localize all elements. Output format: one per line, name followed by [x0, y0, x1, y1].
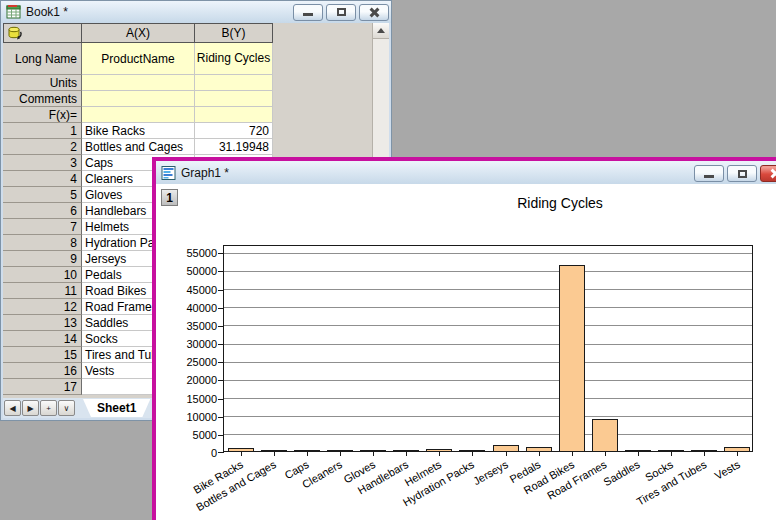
x-tick-mark	[406, 452, 407, 456]
y-tick-mark	[218, 253, 224, 254]
bar[interactable]	[426, 449, 452, 451]
x-tick-mark	[241, 452, 242, 456]
origin-cell[interactable]	[3, 23, 82, 43]
bar[interactable]	[294, 450, 320, 451]
graph-restore-button[interactable]	[727, 165, 757, 182]
gridline	[224, 325, 752, 326]
gridline	[224, 416, 752, 417]
bar[interactable]	[228, 448, 254, 451]
value-cell[interactable]: 31.19948	[195, 139, 273, 155]
scroll-sheets-right-button[interactable]: ▶	[22, 400, 39, 416]
minimize-button[interactable]	[293, 4, 323, 21]
row-number-cell[interactable]: 17	[3, 379, 82, 395]
row-number-cell[interactable]: 14	[3, 331, 82, 347]
bar[interactable]	[658, 450, 684, 451]
close-button[interactable]	[359, 4, 389, 21]
sheet-list-button[interactable]: ∨	[58, 400, 75, 416]
row-number-cell[interactable]: 7	[3, 219, 82, 235]
row-label-fx[interactable]: F(x)=	[3, 107, 82, 123]
x-tick-mark	[572, 452, 573, 456]
row-number-cell[interactable]: 6	[3, 203, 82, 219]
row-number-cell[interactable]: 10	[3, 267, 82, 283]
scroll-sheets-left-button[interactable]: ◀	[4, 400, 21, 416]
x-tick-mark	[704, 452, 705, 456]
scroll-up-button[interactable]	[373, 23, 389, 39]
x-tick-mark	[605, 452, 606, 456]
bar[interactable]	[691, 450, 717, 451]
x-tick-mark	[638, 452, 639, 456]
comments-cell-a[interactable]	[82, 91, 195, 107]
gridline	[224, 289, 752, 290]
bar[interactable]	[724, 447, 750, 451]
long-name-cell-a[interactable]: ProductName	[82, 43, 195, 75]
bar[interactable]	[625, 450, 651, 451]
layer-1-button[interactable]: 1	[161, 189, 178, 206]
x-tick-mark	[340, 452, 341, 456]
bar[interactable]	[592, 419, 618, 451]
bar[interactable]	[360, 450, 386, 451]
bar[interactable]	[393, 450, 419, 451]
bar[interactable]	[559, 265, 585, 451]
add-sheet-button[interactable]: +	[40, 400, 57, 416]
row-number-cell[interactable]: 16	[3, 363, 82, 379]
row-label-comments[interactable]: Comments	[3, 91, 82, 107]
sheet-tab-sheet1[interactable]: Sheet1	[83, 399, 150, 417]
column-header-a[interactable]: A(X)	[82, 23, 195, 43]
y-tick-mark	[218, 362, 224, 363]
row-label-long-name[interactable]: Long Name	[3, 43, 82, 75]
long-name-cell-b[interactable]: Riding Cycles	[195, 43, 273, 75]
workbook-icon	[6, 5, 21, 19]
row-number-cell[interactable]: 15	[3, 347, 82, 363]
y-tick-mark	[218, 380, 224, 381]
x-tick-mark	[307, 452, 308, 456]
graph1-titlebar[interactable]: Graph1 *	[156, 161, 776, 184]
y-tick-label: 35000	[161, 320, 217, 332]
x-tick-label-text: Jerseys	[471, 458, 510, 487]
product-name-cell[interactable]: Bottles and Cages	[82, 139, 195, 155]
chevron-up-icon	[377, 28, 385, 33]
restore-button[interactable]	[326, 4, 356, 21]
row-number-cell[interactable]: 11	[3, 283, 82, 299]
fx-cell-a[interactable]	[82, 107, 195, 123]
plot-area[interactable]: 0500010000150002000025000300003500040000…	[223, 245, 753, 452]
product-name-cell[interactable]: Bike Racks	[82, 123, 195, 139]
y-tick-label: 0	[161, 447, 217, 459]
bar[interactable]	[493, 445, 519, 451]
x-tick-mark	[506, 452, 507, 456]
y-tick-mark	[218, 326, 224, 327]
x-tick-mark	[539, 452, 540, 456]
y-tick-mark	[218, 399, 224, 400]
y-tick-label: 25000	[161, 356, 217, 368]
graph-page[interactable]: 1 Riding Cycles 050001000015000200002500…	[156, 184, 776, 520]
y-tick-mark	[218, 308, 224, 309]
bar[interactable]	[459, 450, 485, 451]
row-number-cell[interactable]: 3	[3, 155, 82, 171]
close-icon	[770, 168, 776, 179]
graph1-window[interactable]: Graph1 * 1 Riding Cycles 050001000015000…	[152, 157, 776, 520]
row-number-cell[interactable]: 8	[3, 235, 82, 251]
bar[interactable]	[261, 450, 287, 451]
units-cell-a[interactable]	[82, 75, 195, 91]
value-cell[interactable]: 720	[195, 123, 273, 139]
row-number-cell[interactable]: 2	[3, 139, 82, 155]
row-number-cell[interactable]: 4	[3, 171, 82, 187]
graph-minimize-button[interactable]	[694, 165, 724, 182]
row-number-cell[interactable]: 12	[3, 299, 82, 315]
database-connection-icon	[7, 26, 22, 40]
bar[interactable]	[526, 447, 552, 451]
graph-close-button[interactable]	[760, 165, 776, 182]
row-number-cell[interactable]: 9	[3, 251, 82, 267]
x-tick-mark	[737, 452, 738, 456]
row-number-cell[interactable]: 13	[3, 315, 82, 331]
units-cell-b[interactable]	[195, 75, 273, 91]
comments-cell-b[interactable]	[195, 91, 273, 107]
fx-cell-b[interactable]	[195, 107, 273, 123]
bar[interactable]	[327, 450, 353, 451]
restore-icon	[738, 170, 747, 178]
book1-titlebar[interactable]: Book1 *	[1, 1, 391, 23]
row-label-units[interactable]: Units	[3, 75, 82, 91]
column-header-b[interactable]: B(Y)	[195, 23, 273, 43]
row-number-cell[interactable]: 1	[3, 123, 82, 139]
row-number-cell[interactable]: 5	[3, 187, 82, 203]
y-tick-label: 40000	[161, 302, 217, 314]
